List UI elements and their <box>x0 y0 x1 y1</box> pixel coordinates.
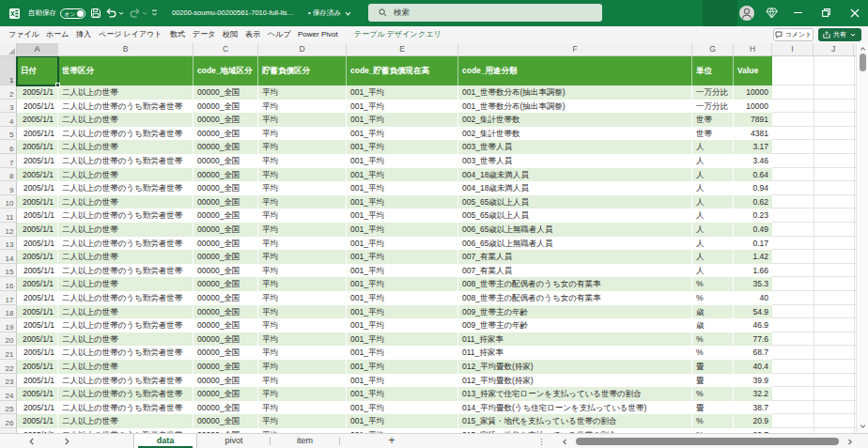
column-header-J[interactable]: J <box>814 43 854 55</box>
cell[interactable]: 平均 <box>258 237 347 251</box>
window-close-button[interactable] <box>850 8 860 18</box>
cell[interactable]: 二人以上の世帯のうち勤労者世帯 <box>58 181 194 195</box>
cell[interactable]: 001_平均 <box>347 291 458 305</box>
cell[interactable]: 二人以上の世帯のうち勤労者世帯 <box>58 374 194 388</box>
row-header-4[interactable]: 4 <box>0 113 17 127</box>
cell[interactable]: 001_平均 <box>347 85 458 100</box>
cell[interactable]: 二人以上の世帯 <box>58 140 194 154</box>
cell[interactable]: % <box>692 387 734 401</box>
cell[interactable]: 00000_全国 <box>194 223 258 237</box>
cell[interactable]: 平均 <box>258 154 347 168</box>
row-header-8[interactable]: 8 <box>0 168 17 182</box>
cell[interactable]: 平均 <box>258 387 347 401</box>
cell[interactable]: 2005/1/1 <box>17 291 58 305</box>
cell[interactable]: 008_世帯主の配偶者のうち女の有業率 <box>458 291 692 305</box>
cell[interactable]: 平均 <box>258 140 347 154</box>
sheet-nav-next[interactable] <box>63 438 70 445</box>
cell[interactable]: % <box>692 291 734 305</box>
cell[interactable]: 40 <box>734 291 772 305</box>
cell[interactable]: 006_65歳以上無職者人員 <box>458 237 692 251</box>
cell[interactable]: % <box>692 346 734 360</box>
cell[interactable]: 0.94 <box>734 181 772 195</box>
cell[interactable]: 人 <box>692 223 734 237</box>
cell[interactable]: 001_平均 <box>347 140 458 154</box>
cell[interactable]: 平均 <box>258 127 347 141</box>
cell[interactable]: 001_平均 <box>347 127 458 141</box>
cell[interactable]: 00000_全国 <box>194 85 258 100</box>
cell[interactable]: 001_平均 <box>347 209 458 223</box>
ribbon-tab-table-design[interactable]: テーブル デザイン <box>354 26 418 43</box>
cell[interactable]: 人 <box>692 209 734 223</box>
cell[interactable]: 00000_全国 <box>194 305 258 319</box>
cell[interactable]: 001_平均 <box>347 264 458 278</box>
cell[interactable]: 007_有業人員 <box>458 264 692 278</box>
ribbon-tab-insert[interactable]: 挿入 <box>76 26 91 43</box>
table-header-cell[interactable]: 単位 <box>692 56 734 85</box>
cell[interactable]: 平均 <box>258 168 347 182</box>
cell[interactable]: 001_平均 <box>347 318 458 332</box>
cell[interactable]: 平均 <box>258 318 347 332</box>
cell[interactable]: 畳 <box>692 401 734 415</box>
cell[interactable]: 二人以上の世帯 <box>58 360 194 374</box>
table-header-cell[interactable]: 世帯区分 <box>58 56 194 85</box>
cell[interactable]: 001_平均 <box>347 305 458 319</box>
cell[interactable]: 人 <box>692 237 734 251</box>
cell[interactable]: 001_平均 <box>347 195 458 209</box>
ribbon-tab-help[interactable]: ヘルプ <box>268 26 291 43</box>
scroll-up-arrow[interactable] <box>860 46 866 53</box>
cell[interactable]: 1.42 <box>734 250 772 264</box>
cell[interactable]: 40.4 <box>734 360 772 374</box>
undo-icon[interactable] <box>105 8 116 19</box>
cell[interactable]: 00000_全国 <box>194 195 258 209</box>
column-header-D[interactable]: D <box>258 43 347 55</box>
cell[interactable]: 00000_全国 <box>194 113 258 127</box>
column-header-I[interactable]: I <box>772 43 814 55</box>
window-restore-button[interactable] <box>822 8 830 17</box>
cell[interactable]: 世帯 <box>692 127 734 141</box>
cell[interactable]: 00000_全国 <box>194 168 258 182</box>
cell[interactable]: 平均 <box>258 332 347 347</box>
user-avatar[interactable] <box>739 6 754 21</box>
cell[interactable]: 00000_全国 <box>194 100 258 114</box>
cell[interactable]: 2005/1/1 <box>17 374 58 388</box>
cell[interactable]: 2005/1/1 <box>17 181 58 195</box>
cell[interactable]: % <box>692 414 734 428</box>
row-header-21[interactable]: 21 <box>0 346 17 360</box>
cell[interactable]: 二人以上の世帯 <box>58 85 194 100</box>
cell[interactable]: 00000_全国 <box>194 154 258 168</box>
column-header-G[interactable]: G <box>692 43 734 55</box>
cell[interactable]: 00000_全国 <box>194 346 258 360</box>
cell[interactable]: 00000_全国 <box>194 360 258 374</box>
cell[interactable]: % <box>692 277 734 291</box>
cell[interactable]: 0.17 <box>734 237 772 251</box>
ribbon-tab-home[interactable]: ホーム <box>46 26 69 43</box>
cell[interactable]: 2005/1/1 <box>17 154 58 168</box>
cell[interactable]: 2005/1/1 <box>17 237 58 251</box>
cell[interactable]: 10000 <box>734 85 772 100</box>
select-all-corner[interactable] <box>0 43 17 55</box>
cell[interactable]: 00000_全国 <box>194 264 258 278</box>
cell[interactable]: 人 <box>692 140 734 154</box>
quick-access-toolbar-chevron[interactable] <box>151 9 158 17</box>
window-minimize-button[interactable] <box>794 12 802 13</box>
cell[interactable]: 014_平均畳数(うち住宅ローンを支払っている世帯) <box>458 401 692 415</box>
table-header-cell[interactable]: code_地域区分 <box>194 56 258 85</box>
ribbon-tab-formulas[interactable]: 数式 <box>170 26 185 43</box>
cell[interactable]: 001_平均 <box>347 401 458 415</box>
vertical-scrollbar[interactable] <box>856 43 868 433</box>
cell[interactable]: 0.23 <box>734 209 772 223</box>
row-header-18[interactable]: 18 <box>0 305 17 319</box>
cell[interactable]: 平均 <box>258 360 347 374</box>
cell[interactable]: 001_平均 <box>347 374 458 388</box>
ribbon-tab-review[interactable]: 校閲 <box>223 26 238 43</box>
cell[interactable]: 1.66 <box>734 264 772 278</box>
horizontal-scrollbar-thumb[interactable] <box>576 438 839 445</box>
cell[interactable]: 00000_全国 <box>194 374 258 388</box>
table-header-cell[interactable]: 日付 <box>17 56 58 85</box>
cell[interactable]: 001_世帯数分布(抽出率調整) <box>458 85 692 100</box>
cell[interactable]: 001_世帯数分布(抽出率調整) <box>458 100 692 114</box>
cell[interactable]: 012_平均畳数(持家) <box>458 360 692 374</box>
cell[interactable]: 2005/1/1 <box>17 401 58 415</box>
cell[interactable]: 二人以上の世帯 <box>58 277 194 291</box>
row-header-9[interactable]: 9 <box>0 181 17 195</box>
